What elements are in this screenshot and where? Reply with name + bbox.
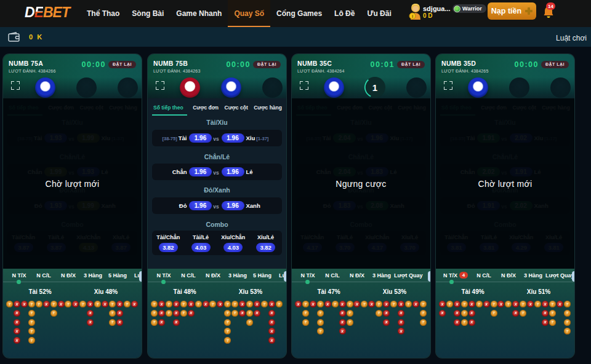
svg-text:1: 1: [372, 82, 377, 93]
svg-text:i: i: [412, 14, 413, 19]
